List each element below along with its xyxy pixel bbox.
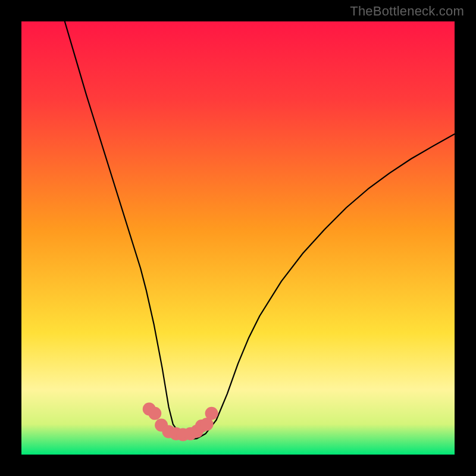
chart-background-gradient bbox=[21, 21, 455, 455]
chart-plot-area bbox=[21, 21, 455, 455]
curve-marker bbox=[148, 407, 161, 420]
chart-frame: TheBottleneck.com bbox=[0, 0, 476, 476]
curve-marker bbox=[205, 407, 218, 420]
chart-svg bbox=[21, 21, 455, 455]
watermark-text: TheBottleneck.com bbox=[350, 4, 464, 19]
